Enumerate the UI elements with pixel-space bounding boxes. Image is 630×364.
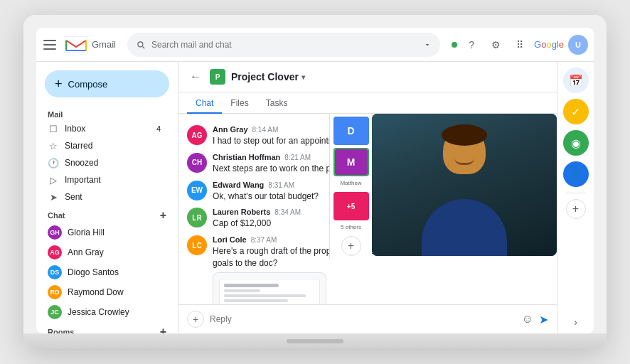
search-input[interactable]	[151, 40, 417, 50]
settings-icon[interactable]: ⚙	[486, 35, 506, 55]
lauren-message: Lauren Roberts 8:34 AM Cap of $12,000	[213, 208, 301, 230]
jessica-crowley-avatar: JC	[48, 305, 62, 319]
support-icon[interactable]: ?	[461, 35, 481, 55]
compose-plus-icon: +	[55, 77, 63, 90]
add-app-button[interactable]: +	[566, 199, 586, 219]
sidebar-item-gloria-hill[interactable]: GH Gloria Hill	[36, 223, 172, 242]
screen: Gmail ? ⚙ ⠿ Google U	[36, 28, 594, 333]
clock-icon: 🕐	[48, 157, 59, 168]
chat-header: ← P Project Clover ▾	[178, 62, 557, 92]
dropdown-arrow-icon[interactable]: ▾	[301, 73, 305, 81]
sent-icon: ➤	[48, 191, 59, 203]
video-call-overlay	[372, 114, 557, 256]
rooms-section-label: Rooms +	[36, 322, 178, 333]
thumb-others-count: +5	[333, 192, 369, 220]
calendar-right-icon[interactable]: 📅	[563, 68, 589, 93]
contacts-right-icon[interactable]: 👤	[563, 161, 589, 187]
sidebar: + Compose Mail ☐ Inbox 4 ☆ Starred	[36, 62, 178, 333]
gmail-m-icon	[65, 36, 87, 53]
scroll-right-icon[interactable]: ›	[574, 316, 577, 328]
diogo-santos-avatar: DS	[48, 265, 62, 279]
sidebar-item-diogo-santos[interactable]: DS Diogo Santos	[36, 262, 172, 282]
status-dot	[452, 42, 457, 48]
topbar: Gmail ? ⚙ ⠿ Google U	[36, 28, 594, 62]
thumb-person-2[interactable]: M	[333, 148, 369, 176]
lori-msg-avatar: LC	[187, 235, 207, 255]
keep-right-icon[interactable]: ◉	[563, 130, 589, 156]
menu-icon[interactable]	[42, 36, 59, 53]
gmail-text: Gmail	[92, 39, 116, 50]
thumb-avatar-1: D	[333, 117, 369, 145]
doc-card[interactable]: W Annual Planning Edited by Evan Kortend…	[213, 272, 326, 304]
sidebar-item-raymond-dow[interactable]: RD Raymond Dow	[36, 282, 172, 302]
search-icon	[136, 40, 146, 50]
raymond-dow-avatar: RD	[48, 285, 62, 299]
top-right-controls: ? ⚙ ⠿ Google U	[452, 35, 588, 55]
doc-lines	[224, 284, 315, 304]
christian-msg-avatar: CH	[187, 153, 207, 173]
tab-files[interactable]: Files	[222, 92, 257, 114]
chat-section-label: Chat +	[36, 205, 178, 223]
thumbnails-panel: D M Matthew +5 5 others +	[329, 114, 372, 259]
compose-button[interactable]: + Compose	[45, 70, 169, 97]
sidebar-item-important[interactable]: ▷ Important	[36, 171, 172, 188]
chat-main: D M Matthew +5 5 others +	[178, 114, 557, 304]
tab-chat[interactable]: Chat	[187, 92, 222, 114]
room-header-icon: P	[210, 69, 225, 85]
chat-panel: ← P Project Clover ▾ Chat Files Tasks	[178, 62, 557, 333]
chat-title: Project Clover ▾	[231, 71, 305, 82]
thumb-avatar-2: M	[335, 149, 368, 175]
reply-add-button[interactable]: +	[187, 311, 204, 328]
user-avatar[interactable]: U	[568, 35, 588, 55]
ann-gray-avatar: AG	[48, 245, 62, 259]
search-bar[interactable]	[127, 33, 440, 57]
chat-add-icon[interactable]: +	[160, 210, 166, 221]
send-icon[interactable]: ➤	[539, 313, 548, 326]
rooms-add-icon[interactable]: +	[160, 326, 166, 333]
search-dropdown-icon[interactable]	[423, 41, 432, 49]
gmail-app: Gmail ? ⚙ ⠿ Google U	[36, 28, 594, 333]
video-main-person	[372, 114, 557, 256]
lauren-msg-avatar: LR	[187, 208, 207, 228]
compose-label: Compose	[68, 79, 108, 90]
doc-preview	[219, 279, 320, 304]
sidebar-item-jessica-crowley[interactable]: JC Jessica Crowley	[36, 302, 172, 322]
reply-bar: + ☺ ➤	[178, 304, 557, 333]
reply-input[interactable]	[210, 314, 516, 324]
mail-section-label: Mail	[36, 106, 178, 120]
edward-message: Edward Wang 8:31 AM Ok, what's our total…	[213, 181, 319, 203]
thumb-label-matthew: Matthew	[340, 180, 361, 186]
thumb-person-1[interactable]: D	[333, 117, 369, 145]
thumb-add-person[interactable]: +	[341, 236, 361, 256]
important-icon: ▷	[48, 174, 59, 186]
chat-tabs: Chat Files Tasks	[178, 92, 557, 114]
thumb-others-label: 5 others	[341, 224, 361, 230]
gmail-logo: Gmail	[65, 36, 116, 53]
emoji-icon[interactable]: ☺	[522, 313, 533, 326]
right-panel: 📅 ✓ ◉ 👤 + ›	[557, 62, 594, 333]
laptop-base	[23, 333, 607, 349]
star-icon: ☆	[48, 140, 59, 151]
tasks-right-icon[interactable]: ✓	[563, 99, 589, 124]
inbox-icon: ☐	[48, 123, 59, 134]
grid-icon[interactable]: ⠿	[510, 35, 530, 55]
sidebar-item-inbox[interactable]: ☐ Inbox 4	[36, 120, 172, 137]
google-logo: Google	[534, 39, 564, 50]
thumb-others[interactable]: +5	[333, 192, 369, 220]
edward-msg-avatar: EW	[187, 181, 207, 200]
tab-tasks[interactable]: Tasks	[257, 92, 297, 114]
back-button[interactable]: ←	[187, 68, 204, 86]
main-area: + Compose Mail ☐ Inbox 4 ☆ Starred	[36, 62, 594, 333]
sidebar-item-sent[interactable]: ➤ Sent	[36, 188, 172, 205]
right-divider	[566, 193, 586, 193]
gloria-hill-avatar: GH	[48, 225, 62, 240]
laptop-frame: Gmail ? ⚙ ⠿ Google U	[23, 15, 607, 349]
sidebar-item-starred[interactable]: ☆ Starred	[36, 137, 172, 154]
ann-gray-msg-avatar: AG	[187, 125, 207, 145]
sidebar-item-snoozed[interactable]: 🕐 Snoozed	[36, 154, 172, 171]
sidebar-item-ann-gray[interactable]: AG Ann Gray	[36, 242, 172, 262]
